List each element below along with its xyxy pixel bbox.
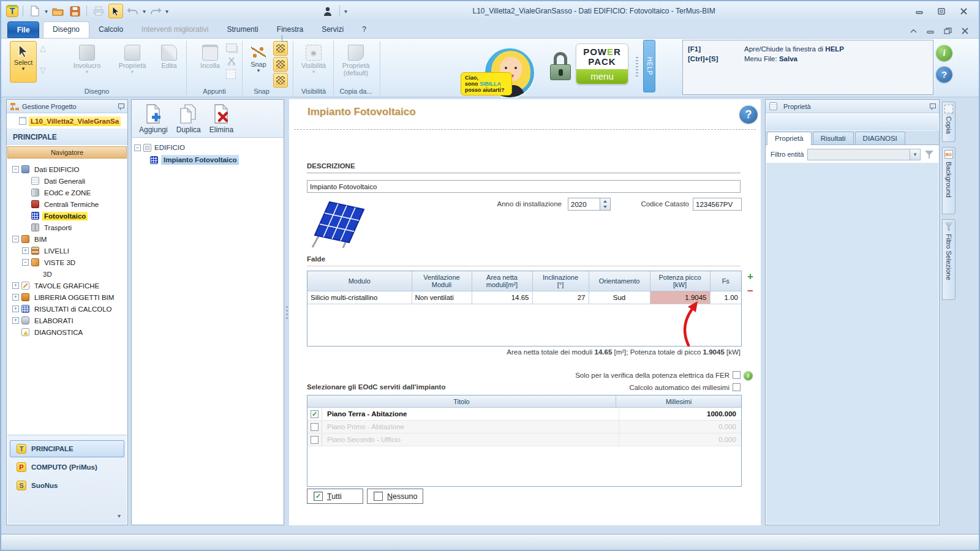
- module-item-principale[interactable]: TPRINCIPALE: [10, 440, 124, 457]
- splitter-handle[interactable]: [285, 300, 288, 324]
- incolla-button[interactable]: Incolla: [195, 42, 225, 81]
- select-tool-button[interactable]: [108, 4, 123, 18]
- edge-tab-copia[interactable]: Copia: [942, 102, 956, 142]
- filtro-entita-select[interactable]: ▾: [807, 149, 921, 160]
- filter-icon[interactable]: [924, 150, 934, 159]
- falde-col-header-6[interactable]: Fs: [710, 271, 741, 291]
- cut-icon[interactable]: [227, 57, 236, 66]
- anno-spinner[interactable]: [600, 198, 611, 211]
- sibilla-speech-bubble[interactable]: Ciao, sono SIBILLA posso aiutarti?: [461, 72, 512, 96]
- module-item-computo-primus[interactable]: PCOMPUTO (PriMus): [10, 459, 124, 476]
- tree-item-3d[interactable]: 3D: [7, 268, 127, 280]
- tree-item-livelli[interactable]: +LIVELLI: [7, 245, 127, 257]
- falde-col-header-5[interactable]: Potenza picco [kW]: [650, 271, 710, 291]
- falde-cell-5[interactable]: 1.9045: [650, 291, 710, 304]
- properties-tab-risultati[interactable]: Risultati: [813, 132, 854, 144]
- nessuno-button[interactable]: Nessuno: [367, 489, 423, 504]
- plus-expander-icon[interactable]: +: [22, 247, 29, 254]
- tutti-button[interactable]: ✓ Tutti: [307, 489, 363, 504]
- module-item-suonus[interactable]: SSuoNus: [10, 477, 124, 494]
- falde-table-row[interactable]: Silicio multi-cristallinoNon ventilati14…: [307, 291, 741, 304]
- tree-item-viste-3d[interactable]: −VISTE 3D: [7, 257, 127, 268]
- pin-icon[interactable]: [118, 103, 124, 110]
- eodc-checkbox[interactable]: [311, 436, 318, 444]
- menu-tab-disegno[interactable]: Disegno: [43, 21, 89, 38]
- tree-item-dati-generali[interactable]: Dati Generali: [7, 175, 127, 187]
- remove-falda-button[interactable]: −: [745, 287, 755, 296]
- tree-item-impianto-fotovoltaico[interactable]: Impianto Fotovoltaico: [134, 154, 281, 166]
- add-falda-button[interactable]: +: [745, 272, 755, 282]
- tree-item-elaborati[interactable]: +ELABORATI: [7, 315, 127, 326]
- new-document-button[interactable]: [28, 4, 42, 18]
- mdi-close-button[interactable]: [959, 26, 970, 35]
- eodc-row-piano-primo-abitazione[interactable]: Piano Primo - Abitazione0.000: [307, 421, 741, 433]
- menu-tab-interventi-migliorativi[interactable]: Interventi migliorativi: [132, 22, 217, 38]
- open-button[interactable]: [50, 4, 65, 18]
- eodc-row-piano-terra-abitazione[interactable]: ✓Piano Terra - Abitazione1000.000: [307, 408, 741, 421]
- new-document-dropdown[interactable]: ▾: [45, 8, 48, 15]
- info-circle-button[interactable]: i: [936, 45, 952, 61]
- paste-special-icon[interactable]: [226, 69, 236, 79]
- proprieta-default-button[interactable]: Proprietà (default): [336, 42, 376, 83]
- license-lock-icon[interactable]: [550, 52, 571, 80]
- copy-icon[interactable]: [226, 43, 237, 52]
- mdi-restore-button[interactable]: [942, 26, 953, 35]
- minus-expander-icon[interactable]: −: [12, 236, 19, 242]
- millesimi-checkbox[interactable]: [733, 383, 741, 391]
- minus-expander-icon[interactable]: −: [134, 144, 141, 151]
- snap-dialog-launcher[interactable]: [282, 36, 288, 42]
- edita-button[interactable]: Edita: [154, 42, 184, 81]
- file-menu-button[interactable]: File: [7, 21, 39, 38]
- falde-col-header-0[interactable]: Modulo: [307, 271, 412, 291]
- save-button[interactable]: [67, 4, 82, 18]
- elimina-button[interactable]: Elimina: [209, 103, 233, 137]
- spin-up-icon[interactable]: [600, 198, 610, 204]
- falde-col-header-2[interactable]: Area netta moduli[m²]: [472, 271, 532, 291]
- redo-dropdown[interactable]: ▾: [165, 8, 168, 15]
- plus-expander-icon[interactable]: +: [12, 282, 19, 289]
- menu-tab-help[interactable]: ?: [353, 22, 375, 38]
- minus-expander-icon[interactable]: −: [12, 166, 19, 173]
- tree-item-bim[interactable]: −BIM: [7, 233, 127, 245]
- tree-item-centrali-termiche[interactable]: Centrali Termiche: [7, 198, 127, 210]
- tree-item-eodc-e-zone[interactable]: EOdC e ZONE: [7, 187, 127, 198]
- catasto-input[interactable]: [693, 198, 742, 211]
- tree-item-libreria-oggetti-bim[interactable]: +LIBRERIA OGGETTI BIM: [7, 291, 127, 303]
- toolbar-grip[interactable]: [636, 57, 638, 78]
- tree-item-trasporti[interactable]: Trasporti: [7, 222, 127, 233]
- menu-tab-calcolo[interactable]: Calcolo: [89, 22, 132, 38]
- snap-intersection-toggle[interactable]: [273, 57, 288, 72]
- falde-cell-1[interactable]: Non ventilati: [412, 291, 472, 304]
- help-circle-button[interactable]: ?: [936, 66, 952, 83]
- proprieta-button[interactable]: Proprietà ▾: [114, 42, 151, 81]
- plus-expander-icon[interactable]: +: [12, 294, 19, 301]
- restore-button[interactable]: [936, 7, 947, 15]
- redo-button[interactable]: [148, 4, 163, 18]
- menu-tab-finestra[interactable]: Finestra: [268, 22, 312, 38]
- page-help-button[interactable]: ?: [739, 105, 758, 124]
- fer-info-icon[interactable]: i: [744, 371, 753, 380]
- falde-col-header-1[interactable]: Ventilazione Moduli: [412, 271, 472, 291]
- aggiungi-button[interactable]: Aggiungi: [139, 103, 168, 137]
- minus-expander-icon[interactable]: −: [22, 259, 29, 266]
- falde-cell-0[interactable]: Silicio multi-cristallino: [307, 291, 412, 304]
- falde-cell-4[interactable]: Sud: [589, 291, 650, 304]
- eodc-row-piano-secondo-ufficio[interactable]: Piano Secondo - Ufficio0.000: [307, 433, 741, 446]
- tree-item-edificio[interactable]: − EDIFICIO: [134, 141, 281, 154]
- close-button[interactable]: [958, 7, 969, 15]
- snap-button[interactable]: Snap ▾: [246, 42, 271, 81]
- properties-tab-propriet[interactable]: Proprietà: [767, 132, 812, 145]
- mdi-minimize-button[interactable]: [925, 26, 936, 35]
- tree-item-risultati-di-calcolo[interactable]: +RISULTATI di CALCOLO: [7, 303, 127, 315]
- termus-logo-icon[interactable]: T: [6, 5, 18, 17]
- plus-expander-icon[interactable]: +: [12, 317, 19, 324]
- tree-item-fotovoltaico[interactable]: Fotovoltaico: [7, 210, 127, 222]
- falde-table[interactable]: ModuloVentilazione ModuliArea netta modu…: [307, 271, 742, 347]
- descrizione-input[interactable]: [307, 180, 741, 193]
- snap-grid-toggle[interactable]: [273, 73, 288, 88]
- anno-input[interactable]: [568, 198, 600, 211]
- print-button[interactable]: [91, 4, 106, 18]
- falde-cell-2[interactable]: 14.65: [472, 291, 532, 304]
- project-row[interactable]: L10_Villetta2_VialeGranSa: [7, 113, 127, 129]
- eodc-checkbox-checked[interactable]: ✓: [311, 410, 318, 418]
